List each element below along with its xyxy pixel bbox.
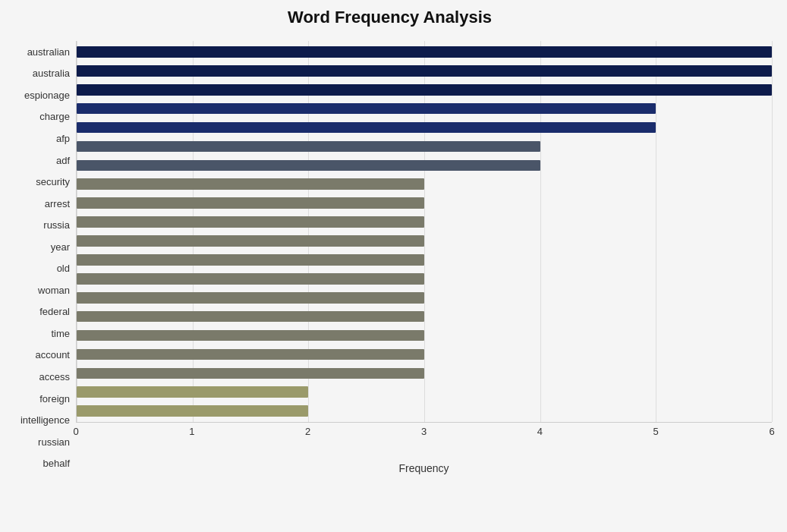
bar xyxy=(77,160,540,172)
y-label: foreign xyxy=(39,394,70,404)
bar-row xyxy=(77,250,772,269)
bar-row xyxy=(77,326,772,345)
y-label: account xyxy=(35,350,70,360)
y-label: intelligence xyxy=(20,415,70,425)
bar xyxy=(77,386,308,398)
bar xyxy=(77,311,424,323)
bars-and-xaxis: 0123456 Frequency xyxy=(76,41,772,474)
bar-row xyxy=(77,269,772,288)
chart-title: Word Frequency Analysis xyxy=(8,8,772,27)
bar-row xyxy=(77,194,772,212)
bar xyxy=(77,141,540,153)
bar xyxy=(77,368,424,379)
x-tick: 2 xyxy=(305,426,310,437)
x-tick: 6 xyxy=(769,426,774,437)
y-label: russian xyxy=(38,437,70,447)
bar-row xyxy=(77,137,772,156)
x-tick: 0 xyxy=(73,426,78,437)
y-axis: australianaustraliaespionagechargeafpadf… xyxy=(8,41,76,474)
bar-row xyxy=(77,231,772,250)
bars-column xyxy=(77,41,772,422)
y-label: security xyxy=(36,177,70,187)
x-tick: 4 xyxy=(537,426,543,437)
y-label: russia xyxy=(43,220,70,230)
grid-line xyxy=(772,41,773,422)
bar-row xyxy=(77,156,772,175)
bar xyxy=(77,292,424,304)
y-label: afp xyxy=(56,134,70,143)
bar-row xyxy=(77,364,772,382)
bar xyxy=(77,178,424,190)
y-label: time xyxy=(51,329,70,338)
y-label: charge xyxy=(39,112,70,121)
bar-row xyxy=(77,118,772,137)
y-label: federal xyxy=(39,307,70,316)
bar-row xyxy=(77,99,772,118)
bar xyxy=(77,216,424,228)
bar-row xyxy=(77,212,772,231)
bar xyxy=(77,197,424,209)
bar-row xyxy=(77,307,772,326)
y-label: espionage xyxy=(24,90,70,100)
bar-row xyxy=(77,288,772,307)
x-tick: 3 xyxy=(421,426,427,437)
x-tick: 1 xyxy=(189,426,194,437)
bar xyxy=(77,103,656,115)
bar-row xyxy=(77,61,772,80)
bar xyxy=(77,84,772,96)
bar xyxy=(77,273,424,285)
y-label: access xyxy=(39,372,70,382)
bar xyxy=(77,349,424,360)
bar xyxy=(77,405,308,417)
x-axis-container: 0123456 xyxy=(76,423,772,445)
y-label: woman xyxy=(38,285,70,295)
bar-row xyxy=(77,175,772,194)
y-label: behalf xyxy=(43,458,70,468)
bar-row xyxy=(77,345,772,364)
y-label: australian xyxy=(27,47,70,57)
y-label: arrest xyxy=(45,199,70,209)
chart-container: Word Frequency Analysis australianaustra… xyxy=(0,0,787,532)
bar xyxy=(77,65,772,77)
bars-area xyxy=(76,41,772,423)
bar xyxy=(77,254,424,266)
bar xyxy=(77,46,772,58)
bar-row xyxy=(77,382,772,401)
y-label: old xyxy=(57,263,70,273)
y-label: adf xyxy=(56,156,70,165)
chart-area: australianaustraliaespionagechargeafpadf… xyxy=(8,41,772,474)
y-label: year xyxy=(51,242,70,252)
bar xyxy=(77,122,656,134)
x-tick: 5 xyxy=(653,426,659,437)
bar-row xyxy=(77,401,772,420)
bar xyxy=(77,235,424,247)
bar xyxy=(77,330,424,342)
bar-row xyxy=(77,42,772,61)
bar-row xyxy=(77,80,772,99)
y-label: australia xyxy=(33,68,70,78)
x-axis-label: Frequency xyxy=(76,462,772,474)
